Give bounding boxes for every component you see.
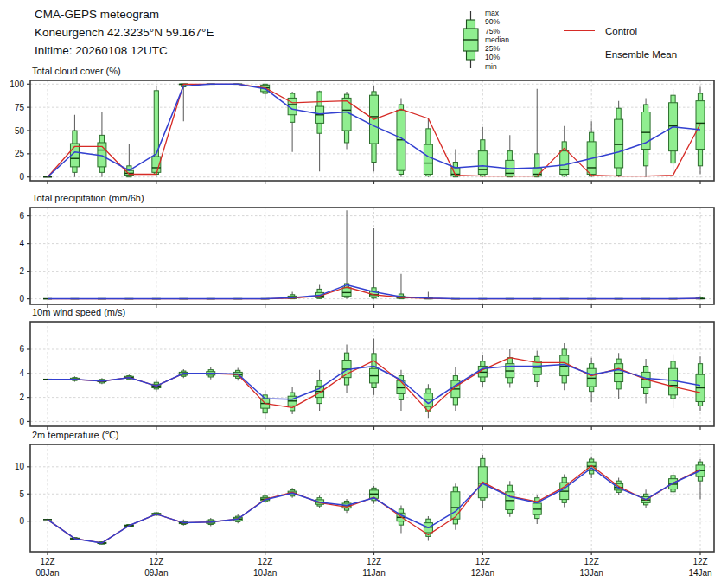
box-25-75: [669, 368, 678, 395]
box-whisker: [506, 481, 514, 517]
box-whisker: [370, 228, 379, 299]
x-date-label: 11Jan: [362, 568, 386, 578]
box-whisker: [342, 344, 351, 393]
box-whisker: [261, 390, 270, 419]
panel-title: 10m wind speed (m/s): [32, 307, 125, 317]
boxplot-legend-label: min: [485, 62, 509, 71]
box-whisker: [696, 356, 705, 411]
x-date-label: 12Jan: [471, 568, 494, 578]
ensemble-mean-line-swatch: [564, 54, 595, 54]
control-line-swatch: [564, 30, 595, 31]
box-whisker: [533, 350, 541, 387]
box-whisker: [615, 353, 623, 399]
boxplot-legend-label: median: [485, 35, 509, 44]
boxplot-legend-label: 75%: [485, 27, 509, 35]
box-whisker: [669, 89, 678, 173]
box-whisker: [342, 92, 351, 150]
box-whisker: [478, 127, 487, 177]
page-title: CMA-GEPS meteogram: [35, 5, 214, 23]
box-whisker: [587, 358, 596, 402]
box-whisker: [560, 343, 569, 390]
box-whisker: [397, 274, 405, 299]
panel-wind-speed-10m: 024610m wind speed (m/s): [19, 307, 714, 430]
box-whisker: [506, 349, 514, 388]
panel-total-cloud-cover: 0255075100Total cloud cover (%): [10, 66, 714, 184]
y-tick-label: 6: [19, 344, 24, 354]
box-25-75: [342, 288, 351, 297]
inittime-label: Initime: 20260108 12UTC: [35, 42, 214, 60]
x-hour-label: 12Z: [584, 557, 599, 566]
x-hour-label: 12Z: [258, 557, 272, 566]
x-date-label: 10Jan: [253, 568, 277, 578]
boxplot-legend: max90%75%median25%10%min: [459, 8, 571, 72]
box-25-75: [615, 119, 623, 168]
box-whisker: [397, 370, 405, 411]
y-tick-label: 5: [19, 489, 24, 499]
boxplot-legend-label: 10%: [485, 53, 509, 61]
box-whisker: [506, 135, 514, 176]
box-whisker: [316, 91, 324, 171]
box-whisker: [370, 86, 379, 171]
boxplot-legend-glyph: [459, 8, 482, 72]
box-whisker: [98, 112, 106, 177]
panel-total-precipitation: 0246Total precipitation (mm/6h): [19, 193, 714, 308]
y-tick-label: 4: [19, 368, 24, 378]
box-25-75: [451, 492, 460, 519]
box-25-75: [478, 151, 487, 175]
box-whisker: [451, 149, 460, 176]
x-hour-label: 12Z: [40, 557, 54, 566]
location-title: Koneurgench 42.3235°N 59.167°E: [35, 23, 214, 42]
x-hour-label: 12Z: [692, 557, 707, 566]
y-tick-label: 0: [19, 516, 24, 526]
x-date-label: 13Jan: [580, 568, 603, 578]
box-whisker: [124, 144, 133, 177]
y-tick-label: 25: [15, 149, 25, 158]
panel-temperature-2m: 05102m temperature (℃): [15, 430, 714, 555]
box-whisker: [587, 121, 596, 176]
y-tick-label: 0: [19, 417, 24, 426]
y-tick-label: 10: [15, 462, 25, 471]
y-tick-label: 2: [19, 393, 24, 402]
line-legend: Control Ensemble Mean: [564, 19, 677, 66]
panel-title: Total precipitation (mm/6h): [32, 193, 144, 203]
x-axis-labels: 12Z08Jan12Z09Jan12Z10Jan12Z11Jan12Z12Jan…: [35, 557, 711, 578]
y-tick-label: 50: [15, 126, 25, 136]
y-tick-label: 6: [19, 211, 24, 220]
boxplot-legend-label: max: [485, 9, 509, 17]
control-label: Control: [605, 26, 637, 36]
x-date-label: 08Jan: [35, 568, 59, 578]
boxplot-legend-labels: max90%75%median25%10%min: [485, 9, 509, 71]
box-whisker: [288, 387, 297, 414]
box-whisker: [615, 101, 623, 177]
box-whisker: [179, 84, 188, 121]
legend-row-ensemble-mean: Ensemble Mean: [564, 42, 677, 66]
boxplot-legend-label: 90%: [485, 17, 509, 26]
panel-title: 2m temperature (℃): [32, 430, 118, 440]
box-whisker: [424, 118, 432, 177]
box-whisker: [641, 359, 650, 403]
panel-title: Total cloud cover (%): [32, 66, 121, 76]
x-hour-label: 12Z: [149, 557, 163, 566]
y-tick-label: 0: [19, 294, 24, 304]
box-whisker: [696, 459, 705, 500]
box-whisker: [533, 495, 541, 524]
y-tick-label: 4: [19, 239, 24, 248]
x-date-label: 14Jan: [688, 568, 711, 578]
x-hour-label: 12Z: [367, 557, 381, 566]
meteogram-chart: 0255075100Total cloud cover (%)0246Total…: [0, 0, 721, 588]
box-whisker: [451, 483, 460, 530]
y-tick-label: 75: [15, 103, 25, 112]
box-whisker: [533, 89, 541, 177]
box-whisker: [424, 516, 432, 540]
ensemble-mean-label: Ensemble Mean: [605, 49, 677, 60]
y-tick-label: 2: [19, 266, 24, 276]
x-date-label: 09Jan: [144, 568, 168, 578]
boxplot-legend-label: 25%: [485, 44, 509, 53]
legend-row-control: Control: [564, 19, 677, 42]
header: CMA-GEPS meteogram Koneurgench 42.3235°N…: [35, 5, 214, 60]
y-tick-label: 0: [19, 172, 24, 182]
box-whisker: [641, 98, 650, 176]
meteogram-page: { "header": { "title": "CMA-GEPS meteogr…: [0, 0, 721, 588]
box-whisker: [370, 486, 379, 504]
x-hour-label: 12Z: [475, 557, 490, 566]
